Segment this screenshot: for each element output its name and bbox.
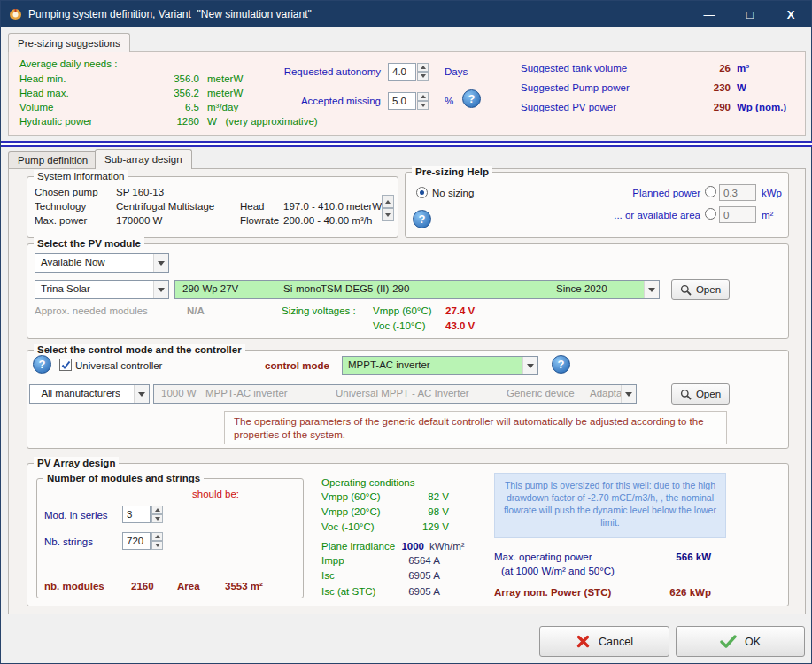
- approx-modules-label: Approx. needed modules: [35, 305, 148, 317]
- universal-controller-label: Universal controller: [75, 359, 162, 372]
- device-type: Generic device: [507, 388, 575, 398]
- chevron-down-icon: [522, 357, 537, 374]
- oversized-pump-warning: This pump is oversized for this well: du…: [494, 473, 726, 538]
- planned-power-unit: kWp: [762, 187, 782, 199]
- head-label: Head: [240, 200, 265, 212]
- nb-strings-stepper[interactable]: 720: [122, 532, 163, 550]
- nb-strings-label: Nb. strings: [44, 536, 93, 548]
- modules-strings-group: Number of modules and strings should be:…: [36, 478, 304, 598]
- impp-value: 6564 A: [380, 554, 440, 567]
- help-icon[interactable]: ?: [413, 210, 431, 228]
- op-value: 82 V: [380, 490, 449, 503]
- needs-unit: W (very approximative): [207, 115, 318, 127]
- op-label: Vmpp (20°C): [321, 506, 381, 518]
- controller-manufacturer-select[interactable]: _All manufacturers: [29, 384, 150, 404]
- check-icon: [61, 360, 71, 370]
- chevron-down-icon: [134, 385, 149, 403]
- needs-value: 356.0: [106, 73, 199, 85]
- control-mode-label: control mode: [265, 359, 329, 372]
- no-sizing-radio[interactable]: [416, 187, 428, 198]
- vmpp-label: Vmpp (60°C): [373, 305, 432, 317]
- available-area-radio[interactable]: [705, 208, 716, 220]
- voc-label: Voc (-10°C): [373, 320, 426, 332]
- approx-modules-value: N/A: [187, 305, 205, 317]
- help-icon[interactable]: ?: [552, 355, 570, 374]
- tab-presizing-suggestions[interactable]: Pre-sizing suggestions: [8, 33, 130, 52]
- titlebar[interactable]: Pumping system definition, Variant "New …: [1, 1, 811, 27]
- group-legend: Pre-sizing Help: [412, 166, 492, 179]
- group-legend: Number of modules and strings: [43, 472, 204, 485]
- group-legend: Select the control mode and the controll…: [34, 344, 245, 357]
- suggested-value: 26: [686, 62, 731, 74]
- vmpp-value: 27.4 V: [445, 305, 475, 317]
- minimize-button[interactable]: —: [689, 1, 730, 27]
- needs-value: 6.5: [106, 101, 199, 113]
- suggested-label: Suggested tank volume: [521, 62, 627, 74]
- planned-power-field[interactable]: 0.3: [719, 184, 756, 201]
- manufacturer-select[interactable]: Trina Solar: [35, 280, 169, 299]
- tab-subarray-design[interactable]: Sub-array design: [95, 149, 192, 169]
- chevron-down-icon: [153, 254, 168, 272]
- window-title: Pumping system definition, Variant "New …: [28, 8, 312, 20]
- autonomy-unit: Days: [445, 66, 468, 78]
- control-mode-select[interactable]: MPPT-AC inverter: [342, 356, 538, 375]
- chosen-pump-value: SP 160-13: [116, 186, 164, 198]
- system-information-group: System information Chosen pump SP 160-13…: [27, 176, 398, 238]
- pv-module-group: Select the PV module Available Now Trina…: [27, 243, 789, 339]
- help-icon[interactable]: ?: [33, 355, 51, 374]
- controller-device-select[interactable]: 1000 W MPPT-AC inverter Universal MPPT -…: [153, 384, 637, 404]
- app-icon: [9, 8, 22, 21]
- available-area-field[interactable]: 0: [719, 206, 756, 223]
- module-power: 290 Wp 27V: [182, 283, 238, 294]
- voc-value: 43.0 V: [445, 320, 475, 332]
- nb-modules-value: 2160: [131, 580, 154, 592]
- device-power: 1000 W: [161, 388, 197, 398]
- open-module-button[interactable]: Open: [671, 279, 730, 300]
- available-area-label: ... or available area: [530, 209, 700, 221]
- op-value: 98 V: [380, 506, 449, 518]
- cancel-button[interactable]: Cancel: [539, 626, 669, 657]
- suggested-value: 230: [686, 81, 731, 94]
- suggested-label: Suggested Pump power: [521, 81, 630, 94]
- isc-stc-label: Isc (at STC): [321, 585, 375, 598]
- availability-select[interactable]: Available Now: [35, 253, 169, 273]
- requested-autonomy-stepper[interactable]: 4.0: [388, 63, 429, 81]
- chevron-down-icon: [153, 281, 168, 298]
- close-button[interactable]: X: [770, 1, 811, 27]
- mod-series-stepper[interactable]: 3: [122, 506, 163, 523]
- module-select[interactable]: 290 Wp 27V Si-mono TSM-DEG5-(II)-290 Sin…: [174, 280, 660, 299]
- magnifier-icon: [680, 284, 692, 296]
- needs-value: 1260: [106, 115, 199, 127]
- open-controller-button[interactable]: Open: [671, 383, 730, 405]
- presizing-panel: Average daily needs : Head min. 356.0 me…: [8, 51, 806, 136]
- help-icon[interactable]: ?: [462, 89, 481, 108]
- planned-power-radio[interactable]: [705, 186, 716, 197]
- maximize-button[interactable]: □: [730, 1, 770, 27]
- irradiance-value: 1000: [380, 540, 424, 552]
- needs-label: Volume: [19, 101, 53, 113]
- area-label: Area: [177, 580, 200, 592]
- nb-modules-label: nb. modules: [44, 580, 104, 592]
- array-nominal-power-label: Array nom. Power (STC): [494, 586, 611, 598]
- universal-controller-checkbox[interactable]: [59, 359, 72, 371]
- chosen-pump-label: Chosen pump: [35, 186, 98, 198]
- pump-scroll-stepper[interactable]: [382, 195, 394, 221]
- max-operating-power-value: 566 kW: [647, 551, 711, 563]
- device-name: Universal MPPT - AC Inverter: [336, 388, 469, 398]
- group-legend: Select the PV module: [34, 237, 144, 251]
- max-operating-power-label: Max. operating power: [494, 551, 592, 563]
- magnifier-icon: [680, 389, 692, 400]
- isc-value: 6905 A: [380, 569, 440, 582]
- available-area-unit: m²: [762, 209, 773, 221]
- no-sizing-label: No sizing: [432, 187, 474, 199]
- controller-note: The operating parameters of the generic …: [224, 411, 727, 444]
- presizing-help-group: Pre-sizing Help No sizing Planned power …: [405, 172, 789, 238]
- section-divider: [1, 141, 812, 147]
- tab-pump-definition[interactable]: Pump definition: [8, 151, 97, 168]
- flowrate-label: Flowrate: [240, 214, 279, 227]
- ok-button[interactable]: OK: [676, 626, 805, 657]
- needs-label: Head min.: [19, 73, 66, 85]
- module-tech: Si-mono: [283, 283, 321, 294]
- accepted-missing-stepper[interactable]: 5.0: [388, 92, 429, 110]
- module-name: TSM-DEG5-(II)-290: [321, 283, 409, 294]
